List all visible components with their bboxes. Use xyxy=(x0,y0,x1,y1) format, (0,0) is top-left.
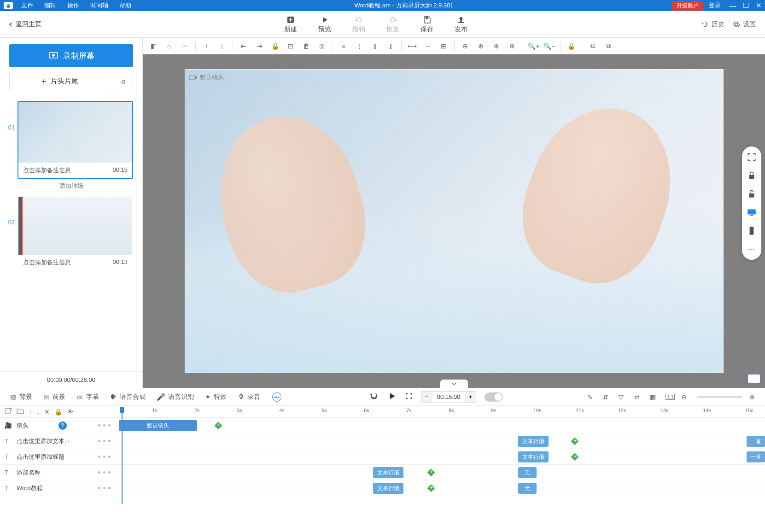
playhead[interactable] xyxy=(119,406,125,418)
desktop-icon[interactable] xyxy=(747,207,757,217)
canvas-tool-24[interactable]: ⊕ xyxy=(474,39,488,53)
clip-end[interactable]: 一直 xyxy=(747,436,765,447)
toggle-switch[interactable] xyxy=(485,392,503,402)
canvas-tool-21[interactable]: ⊞ xyxy=(437,39,450,53)
fullscreen-icon[interactable] xyxy=(405,392,413,401)
canvas-tool-10[interactable]: ⊡ xyxy=(284,39,298,53)
canvas-tool-17[interactable]: ⫿ xyxy=(384,39,397,53)
publish-button[interactable]: 发布 xyxy=(455,15,467,34)
menu-1[interactable]: 编辑 xyxy=(40,1,61,10)
canvas-tool-5[interactable]: ⊥ xyxy=(215,39,229,53)
canvas-tool-9[interactable]: 🔒 xyxy=(268,39,282,53)
lock-closed-icon[interactable] xyxy=(747,170,757,181)
settings-button[interactable]: 设置 xyxy=(733,20,756,29)
track-lane[interactable]: 文本行渐无 xyxy=(115,465,765,480)
zoom-in-icon[interactable]: ⊕ xyxy=(749,393,759,401)
keyframe[interactable] xyxy=(571,453,579,461)
filter-icon[interactable]: ▽ xyxy=(619,393,628,401)
canvas-tool-34[interactable]: ⧉ xyxy=(601,39,615,53)
grid-icon[interactable]: ▦ xyxy=(650,393,659,401)
canvas-tool-23[interactable]: ⊕ xyxy=(458,39,472,53)
fit-icon[interactable] xyxy=(747,152,757,162)
canvas-tool-1[interactable]: ⌂ xyxy=(162,39,176,53)
canvas-tool-4[interactable]: ⊤ xyxy=(199,39,213,53)
scene-card-01[interactable]: 点击添加备注信息00:15 xyxy=(18,101,133,179)
canvas-tool-25[interactable]: ⊕ xyxy=(490,39,503,53)
canvas-tool-28[interactable]: 🔍+ xyxy=(527,39,541,53)
del-icon[interactable]: ✕ xyxy=(44,408,50,415)
add-track-icon[interactable] xyxy=(5,408,12,415)
canvas-tool-33[interactable]: ⧉ xyxy=(586,39,600,53)
lock-open-icon[interactable] xyxy=(747,189,757,199)
track-lane[interactable]: 文本行渐一直 xyxy=(115,449,765,464)
canvas-tool-11[interactable]: 🗑 xyxy=(299,39,313,53)
more-tab[interactable]: ••• xyxy=(269,391,285,403)
help-icon[interactable]: ? xyxy=(58,421,67,430)
track-lane[interactable]: 文本行渐无 xyxy=(115,480,765,496)
keyframe[interactable] xyxy=(427,469,435,477)
canvas-tool-19[interactable]: ⟷ xyxy=(405,39,419,53)
tl-tab-0[interactable]: ▧背景 xyxy=(6,391,36,403)
menu-3[interactable]: 时间轴 xyxy=(86,1,113,10)
redo-button[interactable]: 恢复 xyxy=(386,15,399,34)
canvas-tool-8[interactable]: ⇥ xyxy=(252,39,266,53)
lock-icon[interactable]: 🔒 xyxy=(54,408,62,415)
maximize-button[interactable]: ☐ xyxy=(739,1,752,10)
tl-tab-2[interactable]: ㏄字幕 xyxy=(73,391,103,403)
more-icon[interactable]: ⋯ xyxy=(747,244,757,254)
play-button[interactable] xyxy=(387,391,397,403)
canvas-tool-15[interactable]: ⫿ xyxy=(352,39,366,53)
canvas-tool-7[interactable]: ⇤ xyxy=(237,39,251,53)
close-button[interactable]: ✕ xyxy=(752,1,765,10)
new-button[interactable]: 新建 xyxy=(284,15,297,34)
keyframe[interactable] xyxy=(427,485,435,492)
rewind-button[interactable] xyxy=(369,392,379,402)
mobile-icon[interactable] xyxy=(747,226,757,236)
track-lane[interactable]: 默认镜头 xyxy=(115,418,765,433)
clip[interactable]: 文本行渐 xyxy=(518,451,549,462)
music-button[interactable]: ♫ xyxy=(113,72,133,90)
canvas-tool-14[interactable]: ≡ xyxy=(337,39,350,53)
keyframe[interactable] xyxy=(571,438,579,445)
time-dec-button[interactable]: − xyxy=(421,392,432,403)
eye-icon[interactable]: 👁 xyxy=(67,408,73,415)
menu-2[interactable]: 操作 xyxy=(63,1,84,10)
link-icon[interactable]: ⇄ xyxy=(634,393,643,401)
clip[interactable]: 无 xyxy=(518,467,537,478)
titles-button[interactable]: ＋片头片尾 xyxy=(9,72,108,90)
tl-tab-6[interactable]: 🎙录音 xyxy=(234,391,264,403)
canvas-tool-26[interactable]: ⊕ xyxy=(505,39,519,53)
track-name[interactable]: Word教程 xyxy=(17,484,43,492)
canvas-tool-12[interactable]: ◎ xyxy=(315,39,329,53)
clip[interactable]: 默认镜头 xyxy=(119,420,197,431)
ratio-icon[interactable]: 1:1 xyxy=(666,394,675,400)
zoom-slider[interactable] xyxy=(697,396,743,398)
track-name[interactable]: 添加名称 xyxy=(17,468,41,477)
canvas-viewport[interactable]: 默认镜头 xyxy=(185,69,724,373)
align-icon[interactable]: ⇵ xyxy=(603,393,612,401)
track-name[interactable]: 点击这里添加文本.჻ xyxy=(17,437,69,445)
canvas-tool-0[interactable]: ◧ xyxy=(146,39,160,53)
save-button[interactable]: 保存 xyxy=(420,15,433,34)
clip[interactable]: 文本行渐 xyxy=(518,436,549,447)
canvas-tool-2[interactable]: ⋯ xyxy=(178,39,192,53)
tl-tab-4[interactable]: 🎤语音识别 xyxy=(153,391,198,403)
tl-tab-5[interactable]: ✦特效 xyxy=(201,391,230,403)
undo-button[interactable]: 撤销 xyxy=(352,15,365,34)
zoom-out-icon[interactable]: ⊖ xyxy=(681,393,690,401)
keyframe[interactable] xyxy=(215,422,222,430)
back-button[interactable]: 返回主页 xyxy=(0,20,50,29)
add-transition[interactable]: 添加转场 xyxy=(0,179,142,194)
canvas-tool-31[interactable]: 🔒 xyxy=(564,39,578,53)
clip[interactable]: 无 xyxy=(518,483,537,494)
canvas-tool-20[interactable]: ↔ xyxy=(421,39,435,53)
clip-end[interactable]: 一直 xyxy=(747,451,765,462)
preview-button[interactable]: 预览 xyxy=(318,15,331,34)
canvas-tool-16[interactable]: ⫿ xyxy=(368,39,382,53)
track-name[interactable]: 镜头 xyxy=(17,421,29,430)
down-icon[interactable]: ↓ xyxy=(36,408,40,415)
scene-card-02[interactable]: 点击添加备注信息00:13 xyxy=(18,196,133,271)
menu-0[interactable]: 文件 xyxy=(17,1,38,10)
tl-tab-1[interactable]: ▤前景 xyxy=(40,391,69,403)
record-screen-button[interactable]: 录制屏幕 xyxy=(9,44,133,67)
